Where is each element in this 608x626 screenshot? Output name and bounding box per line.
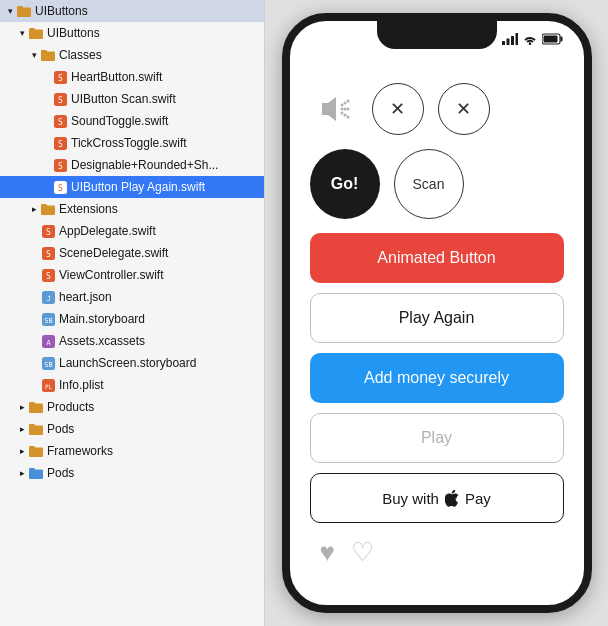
add-money-label: Add money securely xyxy=(364,369,509,386)
svg-text:J: J xyxy=(46,295,50,303)
svg-text:PL: PL xyxy=(44,383,52,390)
phone-content: ✕ ✕ Go! Scan Animated Button xyxy=(290,65,584,588)
hearts-row: ♥ ♡ xyxy=(310,537,564,568)
sidebar-item-label: UIButton Scan.swift xyxy=(71,92,264,106)
sidebar-item-main-storyboard[interactable]: SBMain.storyboard xyxy=(0,308,264,330)
close-button-1[interactable]: ✕ xyxy=(372,83,424,135)
sidebar-item-label: Info.plist xyxy=(59,378,264,392)
sidebar-item-label: Products xyxy=(47,400,264,414)
sidebar-item-heart-json[interactable]: Jheart.json xyxy=(0,286,264,308)
folder-yellow-icon xyxy=(28,422,44,436)
svg-text:SB: SB xyxy=(44,361,52,369)
wifi-icon xyxy=(522,33,538,45)
svg-marker-35 xyxy=(322,97,336,121)
go-button[interactable]: Go! xyxy=(310,149,380,219)
sidebar-item-label: AppDelegate.swift xyxy=(59,224,264,238)
sidebar-item-label: Pods xyxy=(47,422,264,436)
sound-toggle-button[interactable] xyxy=(310,85,358,133)
svg-rect-31 xyxy=(515,33,518,45)
apple-pay-button[interactable]: Buy with Pay xyxy=(310,473,564,523)
chevron-icon xyxy=(16,423,28,435)
sidebar-item-label: Frameworks xyxy=(47,444,264,458)
close-icon-2: ✕ xyxy=(456,98,471,120)
sidebar-item-products-folder[interactable]: Products xyxy=(0,396,264,418)
folder-root-icon xyxy=(16,4,32,18)
sidebar-item-label: Designable+Rounded+Sh... xyxy=(71,158,264,172)
svg-text:S: S xyxy=(46,250,51,259)
status-icons xyxy=(502,33,564,45)
svg-point-39 xyxy=(340,108,343,111)
sidebar-item-label: UIButton Play Again.swift xyxy=(71,180,264,194)
svg-text:S: S xyxy=(58,140,63,149)
chevron-icon xyxy=(16,445,28,457)
svg-rect-34 xyxy=(543,36,557,43)
folder-blue-icon xyxy=(28,466,44,480)
chevron-icon xyxy=(28,203,40,215)
svg-point-41 xyxy=(346,108,349,111)
animated-button-label: Animated Button xyxy=(377,249,495,266)
go-label: Go! xyxy=(331,175,359,192)
sidebar-item-tickcross-swift[interactable]: STickCrossToggle.swift xyxy=(0,132,264,154)
sidebar-item-scenedelegate-swift[interactable]: SSceneDelegate.swift xyxy=(0,242,264,264)
sidebar-item-frameworks-folder[interactable]: Frameworks xyxy=(0,440,264,462)
svg-point-42 xyxy=(340,112,343,115)
sidebar-item-extensions-folder[interactable]: Extensions xyxy=(0,198,264,220)
swift-icon: S xyxy=(40,268,56,282)
svg-text:SB: SB xyxy=(44,317,52,325)
svg-rect-30 xyxy=(511,36,514,45)
heart-filled-icon[interactable]: ♥ xyxy=(320,537,335,568)
sidebar-item-info-plist[interactable]: PLInfo.plist xyxy=(0,374,264,396)
scan-button[interactable]: Scan xyxy=(394,149,464,219)
iphone-mockup: 12:41 xyxy=(282,13,592,613)
sidebar-item-designable-swift[interactable]: SDesignable+Rounded+Sh... xyxy=(0,154,264,176)
sidebar-item-pods-folder[interactable]: Pods xyxy=(0,418,264,440)
sidebar-item-label: SoundToggle.swift xyxy=(71,114,264,128)
folder-yellow-icon xyxy=(40,48,56,62)
folder-yellow-icon xyxy=(28,400,44,414)
plist-icon: PL xyxy=(40,378,56,392)
sidebar-item-classes-folder[interactable]: Classes xyxy=(0,44,264,66)
sidebar-item-uibutton-play-swift[interactable]: SUIButton Play Again.swift xyxy=(0,176,264,198)
svg-text:S: S xyxy=(46,228,51,237)
storyboard-icon: SB xyxy=(40,312,56,326)
play-button[interactable]: Play xyxy=(310,413,564,463)
sidebar-item-heart-swift[interactable]: SHeartButton.swift xyxy=(0,66,264,88)
folder-yellow-icon xyxy=(40,202,56,216)
sidebar-item-soundtoggle-swift[interactable]: SSoundToggle.swift xyxy=(0,110,264,132)
close-button-2[interactable]: ✕ xyxy=(438,83,490,135)
apple-logo-icon xyxy=(445,490,459,507)
sidebar-item-label: UIButtons xyxy=(35,4,264,18)
sidebar-item-label: ViewController.swift xyxy=(59,268,264,282)
sidebar-item-root[interactable]: UIButtons xyxy=(0,0,264,22)
play-again-label: Play Again xyxy=(399,309,475,326)
swift-icon: S xyxy=(40,246,56,260)
folder-yellow-icon xyxy=(28,26,44,40)
sidebar-item-pods-item[interactable]: Pods xyxy=(0,462,264,484)
sidebar-item-assets-xcassets[interactable]: AAssets.xcassets xyxy=(0,330,264,352)
svg-point-44 xyxy=(346,116,349,119)
swift-icon: S xyxy=(52,180,68,194)
chevron-icon xyxy=(28,49,40,61)
heart-outline-icon[interactable]: ♡ xyxy=(351,537,374,568)
svg-text:S: S xyxy=(58,118,63,127)
phone-preview-area: 12:41 xyxy=(265,0,608,626)
battery-icon xyxy=(542,33,564,45)
sidebar-item-uibuttons-folder[interactable]: UIButtons xyxy=(0,22,264,44)
sidebar-item-label: UIButtons xyxy=(47,26,264,40)
sidebar-item-launchscreen-storyboard[interactable]: SBLaunchScreen.storyboard xyxy=(0,352,264,374)
json-icon: J xyxy=(40,290,56,304)
svg-text:S: S xyxy=(58,162,63,171)
svg-rect-33 xyxy=(560,37,562,42)
sidebar-item-appdelegate-swift[interactable]: SAppDelegate.swift xyxy=(0,220,264,242)
folder-yellow-icon xyxy=(28,444,44,458)
swift-icon: S xyxy=(40,224,56,238)
sidebar-item-label: Pods xyxy=(47,466,264,480)
iphone-notch xyxy=(377,21,497,49)
play-again-button[interactable]: Play Again xyxy=(310,293,564,343)
svg-rect-29 xyxy=(506,39,509,46)
sidebar-item-uibutton-scan-swift[interactable]: SUIButton Scan.swift xyxy=(0,88,264,110)
buttons-row-2: Go! Scan xyxy=(310,149,564,219)
animated-button[interactable]: Animated Button xyxy=(310,233,564,283)
add-money-button[interactable]: Add money securely xyxy=(310,353,564,403)
sidebar-item-viewcontroller-swift[interactable]: SViewController.swift xyxy=(0,264,264,286)
